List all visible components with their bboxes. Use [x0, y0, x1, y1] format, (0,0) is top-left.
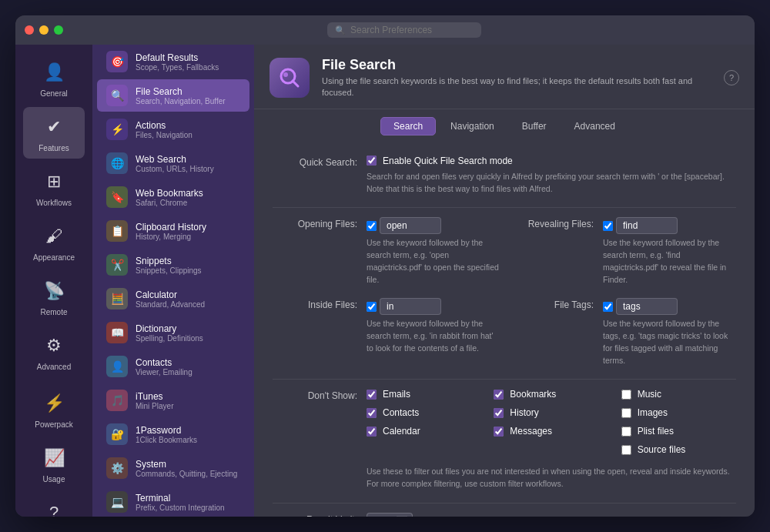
usage-icon: 📈 — [40, 444, 68, 472]
terminal-text: Terminal Prefix, Custom Integration — [136, 493, 225, 512]
source-checkbox[interactable] — [621, 445, 631, 455]
help-button[interactable]: ? — [724, 70, 739, 85]
calculator-icon: 🧮 — [106, 288, 128, 309]
dont-show-messages: Messages — [494, 426, 608, 437]
bookmarks-checkbox[interactable] — [494, 390, 504, 400]
sidebar-item-appearance[interactable]: 🖌 Appearance — [23, 216, 85, 268]
nav-item-terminal[interactable]: 💻 Terminal Prefix, Custom Integration — [97, 486, 249, 517]
nav-item-snippets[interactable]: ✂️ Snippets Snippets, Clippings — [97, 249, 249, 281]
nav-item-1password[interactable]: 🔐 1Password 1Click Bookmarks — [97, 418, 249, 450]
features-icon: ✔ — [40, 113, 68, 141]
file-tags-keyword[interactable] — [616, 298, 678, 315]
nav-item-clipboard-history[interactable]: 📋 Clipboard History History, Merging — [97, 215, 249, 247]
nav-item-dictionary[interactable]: 📖 Dictionary Spelling, Definitions — [97, 316, 249, 349]
sidebar-item-powerpack[interactable]: ⚡ Powerpack — [23, 383, 85, 435]
inside-files-input-row — [367, 298, 500, 315]
sidebar-item-general[interactable]: 👤 General — [23, 52, 85, 104]
quick-search-checkbox-label: Enable Quick File Search mode — [383, 156, 513, 166]
feature-icon — [270, 58, 310, 98]
calendar-label: Calendar — [383, 426, 420, 437]
appearance-label: Appearance — [33, 253, 75, 262]
sidebar-item-features[interactable]: ✔ Features — [23, 107, 85, 159]
file-tags-checkbox[interactable] — [603, 302, 613, 312]
tab-search[interactable]: Search — [380, 117, 436, 136]
inside-files-checkbox[interactable] — [367, 302, 377, 312]
opening-files-checkbox[interactable] — [367, 221, 377, 231]
page-title: File Search — [322, 57, 711, 73]
contacts-label: Contacts — [383, 407, 419, 418]
opening-files-keyword[interactable] — [380, 217, 441, 234]
close-button[interactable] — [25, 25, 34, 35]
music-checkbox[interactable] — [621, 390, 631, 400]
file-tags-label-wrap: File Tags: — [509, 298, 594, 366]
sidebar-item-workflows[interactable]: ⊞ Workflows — [23, 162, 85, 213]
maximize-button[interactable] — [54, 25, 63, 35]
feature-sidebar: 🎯 Default Results Scope, Types, Fallback… — [92, 45, 254, 517]
dont-show-images: Images — [621, 407, 736, 418]
inside-files-desc: Use the keyword followed by the search t… — [367, 318, 500, 354]
sidebar-item-help[interactable]: ? Help — [23, 493, 85, 517]
header-text: File Search Using the file search keywor… — [322, 57, 711, 99]
dictionary-text: Dictionary Spelling, Definitions — [136, 323, 203, 343]
traffic-lights — [25, 25, 63, 35]
nav-item-actions[interactable]: ⚡ Actions Files, Navigation — [97, 113, 249, 146]
itunes-text: iTunes Mini Player — [136, 391, 173, 410]
plist-label: Plist files — [638, 426, 674, 437]
emails-checkbox[interactable] — [367, 390, 377, 400]
1password-text: 1Password 1Click Bookmarks — [136, 425, 197, 444]
stepper-up-button[interactable]: ▲ — [397, 516, 407, 517]
main-content: 👤 General ✔ Features ⊞ Workflows 🖌 Appea… — [15, 45, 755, 517]
messages-checkbox[interactable] — [494, 427, 504, 437]
sidebar-item-usage[interactable]: 📈 Usage — [23, 438, 85, 490]
nav-item-file-search[interactable]: 🔍 File Search Search, Navigation, Buffer — [97, 79, 249, 112]
dictionary-icon: 📖 — [106, 322, 128, 343]
nav-item-itunes[interactable]: 🎵 iTunes Mini Player — [97, 384, 249, 417]
opening-files-control: Use the keyword followed by the search t… — [367, 217, 500, 286]
file-tags-desc: Use the keyword followed by the tags, e.… — [603, 318, 736, 366]
nav-item-calculator[interactable]: 🧮 Calculator Standard, Advanced — [97, 283, 249, 315]
images-checkbox[interactable] — [621, 408, 631, 418]
svg-point-2 — [283, 72, 288, 77]
inside-files-keyword[interactable] — [380, 298, 441, 315]
tab-navigation[interactable]: Navigation — [437, 117, 507, 136]
clipboard-history-text: Clipboard History History, Merging — [136, 222, 206, 241]
tab-advanced[interactable]: Advanced — [561, 117, 628, 136]
minimize-button[interactable] — [39, 25, 49, 35]
nav-item-contacts[interactable]: 👤 Contacts Viewer, Emailing — [97, 350, 249, 383]
quick-search-checkbox[interactable] — [367, 156, 377, 166]
contacts-checkbox[interactable] — [367, 408, 377, 418]
sidebar-item-advanced[interactable]: ⚙ Advanced — [23, 326, 85, 377]
snippets-text: Snippets Snippets, Clippings — [136, 256, 202, 275]
calendar-checkbox[interactable] — [367, 427, 377, 437]
tab-buffer[interactable]: Buffer — [509, 117, 560, 136]
plist-checkbox[interactable] — [621, 427, 631, 437]
revealing-files-checkbox[interactable] — [603, 221, 613, 231]
app-window: 🔍 👤 General ✔ Features ⊞ Workflows 🖌 App… — [15, 15, 755, 517]
revealing-files-keyword[interactable] — [616, 217, 678, 234]
nav-item-web-bookmarks[interactable]: 🔖 Web Bookmarks Safari, Chrome — [97, 181, 249, 213]
search-preferences-input[interactable] — [350, 25, 474, 35]
nav-item-system[interactable]: ⚙️ System Commands, Quitting, Ejecting — [97, 452, 249, 484]
revealing-files-label-wrap: Revealing Files: — [509, 217, 594, 286]
sidebar-item-remote[interactable]: 📡 Remote — [23, 271, 85, 323]
dont-show-grid: Emails Bookmarks Music — [367, 389, 736, 460]
system-icon: ⚙️ — [106, 457, 128, 479]
dont-show-music: Music — [621, 389, 736, 400]
messages-label: Messages — [510, 426, 552, 437]
opening-revealing-row: Opening Files: Use the keyword followed … — [273, 217, 736, 286]
advanced-icon: ⚙ — [40, 332, 68, 360]
result-limit-row: Result Limit: 20 ▲ ▼ Select more re — [273, 513, 736, 517]
file-search-text: File Search Search, Navigation, Buffer — [136, 86, 226, 105]
history-checkbox[interactable] — [494, 408, 504, 418]
file-search-icon: 🔍 — [106, 85, 128, 106]
nav-item-web-search[interactable]: 🌐 Web Search Custom, URLs, History — [97, 147, 249, 179]
calculator-text: Calculator Standard, Advanced — [136, 289, 205, 309]
system-text: System Commands, Quitting, Ejecting — [136, 459, 237, 478]
icon-sidebar: 👤 General ✔ Features ⊞ Workflows 🖌 Appea… — [15, 45, 92, 517]
inside-files-control: Use the keyword followed by the search t… — [367, 298, 500, 366]
remote-icon: 📡 — [40, 277, 68, 305]
quick-search-desc: Search for and open files very quickly i… — [367, 171, 736, 196]
quick-search-row: Quick Search: Enable Quick File Search m… — [273, 156, 736, 196]
nav-item-default-results[interactable]: 🎯 Default Results Scope, Types, Fallback… — [97, 45, 249, 78]
powerpack-icon: ⚡ — [40, 390, 68, 417]
